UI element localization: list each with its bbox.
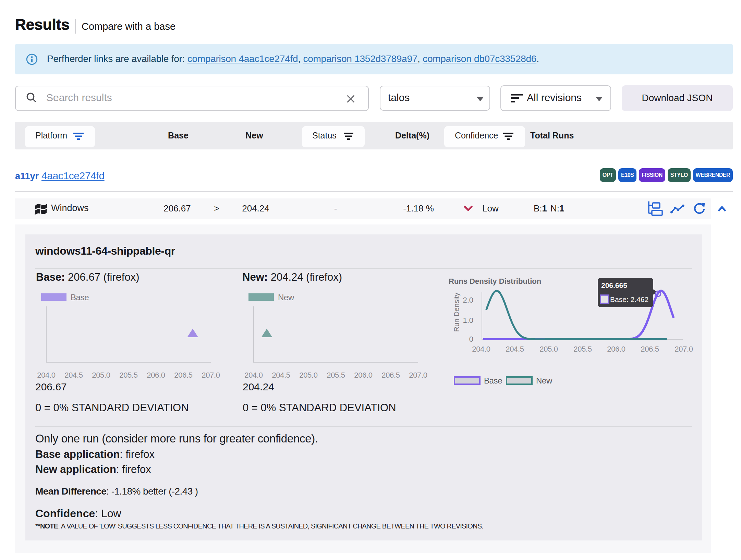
svg-text:204.0: 204.0 bbox=[244, 371, 263, 379]
svg-text:0: 0 bbox=[469, 335, 473, 343]
svg-text:206.0: 206.0 bbox=[354, 371, 373, 379]
svg-text:204.5: 204.5 bbox=[64, 371, 83, 379]
svg-text:Base: Base bbox=[484, 376, 502, 385]
svg-text:207.0: 207.0 bbox=[202, 371, 220, 379]
svg-text:205.5: 205.5 bbox=[327, 371, 345, 379]
svg-text:New: New bbox=[278, 293, 294, 302]
svg-text:206.5: 206.5 bbox=[174, 371, 193, 379]
svg-text:205.0: 205.0 bbox=[92, 371, 110, 379]
svg-text:204.5: 204.5 bbox=[272, 371, 290, 379]
svg-text:205.5: 205.5 bbox=[119, 371, 138, 379]
svg-text:205.0: 205.0 bbox=[299, 371, 318, 379]
svg-text:206.5: 206.5 bbox=[641, 345, 659, 353]
svg-text:206.0: 206.0 bbox=[607, 345, 625, 353]
svg-text:New: New bbox=[536, 376, 552, 385]
svg-text:204.0: 204.0 bbox=[472, 345, 490, 353]
svg-text:206.0: 206.0 bbox=[147, 371, 165, 379]
svg-text:205.5: 205.5 bbox=[573, 345, 592, 353]
svg-text:Runs Density Distribution: Runs Density Distribution bbox=[449, 277, 541, 285]
svg-text:207.0: 207.0 bbox=[675, 345, 693, 353]
svg-text:1.0: 1.0 bbox=[463, 316, 473, 325]
svg-text:205.0: 205.0 bbox=[539, 345, 558, 353]
svg-text:204.5: 204.5 bbox=[506, 345, 524, 353]
svg-text:Run Density: Run Density bbox=[452, 292, 460, 332]
svg-text:206.665: 206.665 bbox=[601, 281, 627, 289]
svg-text:Base: 2.462: Base: 2.462 bbox=[610, 295, 648, 303]
svg-text:Base: Base bbox=[71, 293, 89, 302]
svg-text:207.0: 207.0 bbox=[409, 371, 427, 379]
svg-text:2.0: 2.0 bbox=[463, 296, 473, 304]
svg-text:206.5: 206.5 bbox=[381, 371, 400, 379]
svg-text:204.0: 204.0 bbox=[37, 371, 56, 379]
